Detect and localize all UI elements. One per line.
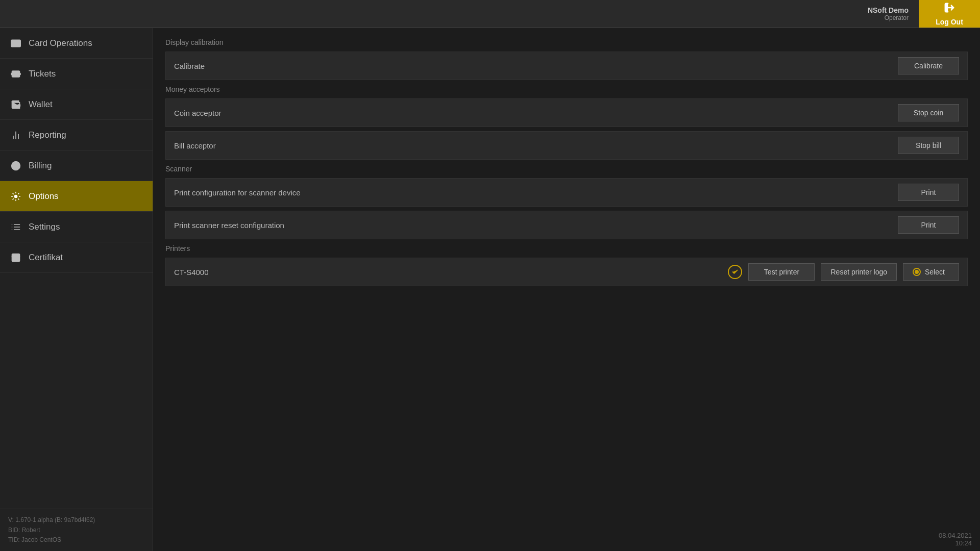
test-printer-button[interactable]: Test printer	[748, 263, 815, 281]
tid-label: TID: Jacob CentOS	[8, 535, 144, 545]
card-operations-icon	[10, 38, 21, 49]
scanner-config-label: Print configuration for scanner device	[174, 188, 898, 197]
sidebar-item-label: Card Operations	[29, 38, 92, 48]
date-label: 08.04.2021	[939, 532, 972, 539]
select-printer-button[interactable]: Select	[903, 263, 959, 281]
sidebar-item-label: Certifikat	[29, 253, 63, 263]
svg-rect-16	[12, 254, 20, 261]
money-acceptors-label: Money acceptors	[165, 85, 968, 93]
svg-rect-1	[11, 40, 20, 46]
header-user-info: NSoft Demo Operator	[857, 0, 919, 28]
sidebar-item-label: Wallet	[29, 99, 53, 110]
sidebar-item-reporting[interactable]: Reporting	[0, 120, 153, 151]
radio-inner	[915, 270, 919, 274]
print-reset-button[interactable]: Print	[898, 216, 959, 234]
wallet-icon	[10, 99, 21, 110]
sidebar-item-options[interactable]: Options	[0, 181, 153, 212]
radio-circle-icon	[913, 268, 921, 276]
printer-name: CT-S4000	[174, 268, 722, 277]
sidebar-item-billing[interactable]: Billing	[0, 151, 153, 181]
calibrate-button[interactable]: Calibrate	[898, 57, 959, 74]
options-icon	[10, 191, 21, 202]
stop-bill-button[interactable]: Stop bill	[898, 137, 959, 154]
sidebar-item-settings[interactable]: Settings	[0, 212, 153, 242]
scanner-label: Scanner	[165, 165, 968, 173]
app-header: NSoft Demo Operator Log Out	[0, 0, 980, 28]
sidebar-item-certifikat[interactable]: Certifikat	[0, 242, 153, 273]
sidebar-item-label: Tickets	[29, 69, 56, 79]
header-title-area	[0, 0, 857, 28]
version-label: V: 1.670-1.alpha (B: 9a7bd4f62)	[8, 515, 144, 525]
print-config-button[interactable]: Print	[898, 184, 959, 201]
coin-acceptor-label: Coin acceptor	[174, 109, 898, 117]
scanner-reset-row: Print scanner reset configuration Print	[165, 211, 968, 239]
sidebar-item-card-operations[interactable]: Card Operations	[0, 28, 153, 59]
calibrate-row-label: Calibrate	[174, 62, 898, 70]
sidebar-item-wallet[interactable]: Wallet	[0, 89, 153, 120]
logout-label: Log Out	[936, 18, 963, 26]
sidebar-item-label: Settings	[29, 222, 60, 232]
printer-row: CT-S4000 Test printer Reset printer logo…	[165, 258, 968, 286]
coin-acceptor-row: Coin acceptor Stop coin	[165, 98, 968, 127]
time-label: 10:24	[939, 539, 972, 547]
logout-icon	[944, 2, 955, 16]
stop-coin-button[interactable]: Stop coin	[898, 104, 959, 121]
sidebar-item-label: Options	[29, 191, 59, 202]
billing-icon	[10, 160, 21, 171]
sidebar-item-label: Reporting	[29, 130, 66, 140]
options-content: Display calibration Calibrate Calibrate …	[153, 28, 980, 551]
reporting-icon	[10, 130, 21, 141]
sidebar-item-tickets[interactable]: Tickets	[0, 59, 153, 89]
scanner-config-row: Print configuration for scanner device P…	[165, 178, 968, 207]
settings-icon	[10, 221, 21, 233]
scanner-reset-label: Print scanner reset configuration	[174, 221, 898, 230]
certifikat-icon	[10, 252, 21, 263]
username-label: NSoft Demo	[868, 6, 909, 14]
bill-acceptor-row: Bill acceptor Stop bill	[165, 131, 968, 160]
sidebar: Card Operations Tickets Wallet	[0, 28, 153, 551]
reset-printer-logo-button[interactable]: Reset printer logo	[821, 263, 897, 281]
calibrate-row: Calibrate Calibrate	[165, 52, 968, 80]
role-label: Operator	[885, 14, 909, 21]
printers-label: Printers	[165, 244, 968, 253]
logout-button[interactable]: Log Out	[919, 0, 980, 28]
printer-check-icon	[728, 265, 742, 279]
bill-acceptor-label: Bill acceptor	[174, 141, 898, 150]
display-calibration-label: Display calibration	[165, 38, 968, 46]
main-container: Card Operations Tickets Wallet	[0, 28, 980, 551]
tickets-icon	[10, 68, 21, 80]
bid-label: BID: Robert	[8, 525, 144, 535]
sidebar-footer: V: 1.670-1.alpha (B: 9a7bd4f62) BID: Rob…	[0, 509, 153, 551]
svg-point-9	[15, 195, 17, 197]
sidebar-item-label: Billing	[29, 161, 52, 171]
bottom-bar: 08.04.2021 10:24	[930, 528, 980, 551]
sidebar-spacer	[0, 273, 153, 509]
